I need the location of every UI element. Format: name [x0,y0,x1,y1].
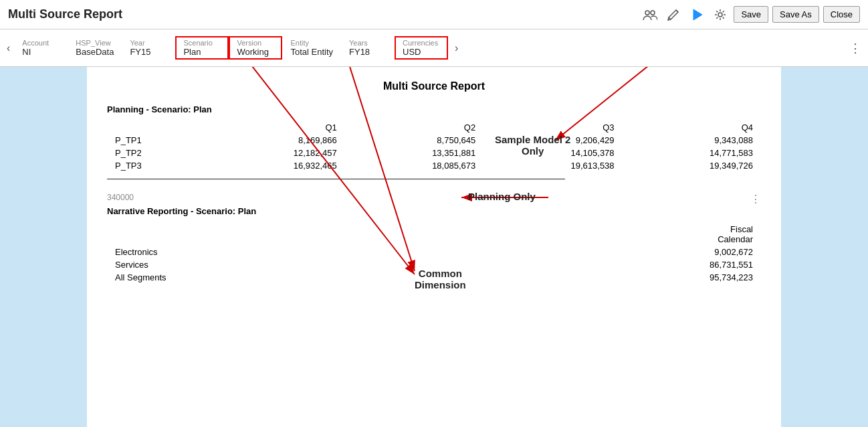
dim-value-currencies: USD [403,47,421,57]
side-panel-right [781,67,868,427]
ptp3-q3: 19,613,538 [483,159,622,172]
user-group-icon [643,7,657,22]
all-segments-value: 95,734,223 [454,271,761,284]
services-value: 86,731,551 [454,258,761,271]
next-dim-button[interactable]: › [451,42,462,54]
side-panel-left [0,67,87,427]
edit-button[interactable] [664,5,683,24]
svg-point-0 [645,11,649,15]
more-dim-button[interactable]: ⋮ [845,41,865,56]
dim-label-account: Account [22,39,49,47]
header-actions: Save Save As Close [640,5,860,25]
app-header: Multi Source Report [0,0,868,29]
table-row: P_TP2 12,182,457 13,351,881 14,105,378 1… [107,147,761,159]
ptp2-q4: 14,771,583 [623,147,761,159]
dim-item-years[interactable]: Years FY18 [341,36,395,60]
row-label-ptp2: P_TP2 [107,147,206,159]
gear-icon [714,8,727,21]
ptp2-q1: 12,182,457 [206,147,344,159]
save-button[interactable]: Save [734,6,768,23]
gear-button[interactable] [711,5,730,24]
ptp2-q2: 13,351,881 [345,147,483,159]
ptp1-q1: 8,169,866 [206,134,344,147]
ptp3-q2: 18,085,673 [345,159,483,172]
section2-id: 340000 [107,193,761,202]
dim-value-account: NI [22,47,31,57]
dim-value-scenario: Plan [183,47,201,57]
play-icon [689,7,704,22]
section1-table: Q1 Q2 Q3 Q4 P_TP1 8,169,866 8,750,645 9,… [107,121,761,172]
dim-label-currencies: Currencies [403,39,438,47]
play-button[interactable] [687,5,707,25]
col-label-empty [107,121,206,134]
row-label-all-segments: All Segments [107,271,454,284]
dim-item-hspview[interactable]: HSP_View BaseData [68,36,122,60]
dim-value-version: Working [237,47,268,57]
row-label-ptp3: P_TP3 [107,159,206,172]
dimension-bar: ‹ Account NI HSP_View BaseData Year FY15… [0,29,868,67]
row-label-services: Services [107,258,454,271]
col2-label-empty [107,223,454,246]
row-label-ptp1: P_TP1 [107,134,206,147]
dim-value-year: FY15 [130,47,150,57]
col-q4: Q4 [623,121,761,134]
svg-point-1 [651,11,655,15]
section2-header: Narrative Reporting - Scenario: Plan [107,206,761,216]
table-row: P_TP1 8,169,866 8,750,645 9,206,429 9,34… [107,134,761,147]
dim-label-years: Years [349,39,368,47]
section1-header: Planning - Scenario: Plan [107,104,761,114]
dim-item-scenario[interactable]: Scenario Plan [175,36,229,60]
table-row: P_TP3 16,932,465 18,085,673 19,613,538 1… [107,159,761,172]
section-divider [107,179,565,179]
report-title: Multi Source Report [107,80,761,92]
svg-point-3 [718,13,722,17]
col-q2: Q2 [345,121,483,134]
ptp3-q4: 19,349,726 [623,159,761,172]
dim-item-currencies[interactable]: Currencies USD [395,36,448,60]
ptp1-q2: 8,750,645 [345,134,483,147]
col-q1: Q1 [206,121,344,134]
dim-label-version: Version [237,39,261,47]
dim-item-entity[interactable]: Entity Total Entity [282,36,341,60]
annotation-sample-model: Sample Model 2Only [495,134,570,157]
page-title: Multi Source Report [8,7,122,21]
edit-icon [667,8,680,21]
main-area: Multi Source Report Planning - Scenario:… [0,67,868,427]
dim-value-years: FY18 [349,47,370,57]
dim-item-year[interactable]: Year FY15 [122,36,175,60]
electronics-value: 9,002,672 [454,246,761,258]
section-dots[interactable]: ⋮ [750,193,761,205]
close-button[interactable]: Close [823,6,860,23]
dim-label-entity: Entity [290,39,309,47]
dim-value-entity: Total Entity [290,47,333,57]
dim-item-account[interactable]: Account NI [14,36,68,60]
ptp1-q4: 9,343,088 [623,134,761,147]
col-q3: Q3 [483,121,622,134]
annotation-planning-only: Planning Only [468,191,536,202]
ptp3-q1: 16,932,465 [206,159,344,172]
row-label-electronics: Electronics [107,246,454,258]
prev-dim-button[interactable]: ‹ [3,42,14,54]
svg-marker-2 [693,9,702,20]
dim-label-scenario: Scenario [183,39,212,47]
content-area: Multi Source Report Planning - Scenario:… [87,67,781,427]
dim-item-version[interactable]: Version Working [229,36,282,60]
col-fiscal-calendar: Fiscal Calendar [454,223,761,246]
user-group-button[interactable] [640,5,660,25]
table-row: Electronics 9,002,672 [107,246,761,258]
annotation-common-dimension: CommonDimension [415,268,466,290]
dim-label-hspview: HSP_View [76,39,110,47]
dim-value-hspview: BaseData [76,47,114,57]
dim-label-year: Year [130,39,144,47]
save-as-button[interactable]: Save As [772,6,819,23]
